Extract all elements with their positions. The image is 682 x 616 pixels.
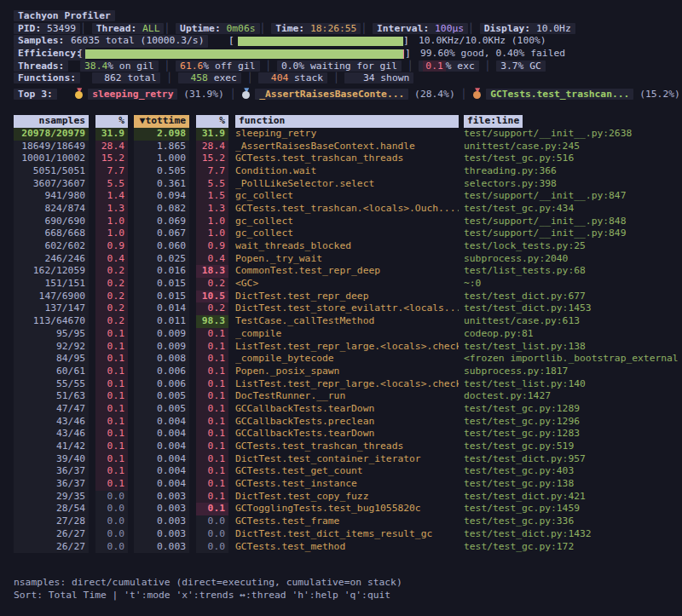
direct-pct-cell: 0.9 (95, 240, 128, 253)
table-row[interactable]: 41/42 0.1 0.004 0.1 GCTests.test_trashca… (0, 440, 682, 453)
table-row[interactable]: 43/46 0.1 0.004 0.1 GCCallbackTests.prec… (0, 416, 682, 429)
column-header-tottime-sorted[interactable]: ▼tottime (134, 115, 189, 128)
table-row[interactable]: 26/27 0.0 0.003 0.0 GCTests.test_method … (0, 541, 682, 554)
nsamples-cell: 28/54 (14, 503, 89, 515)
top3-item[interactable]: │ GCTests.test_trashcan... (15.2%) (455, 89, 680, 100)
cum-pct-cell: 28.4 (196, 141, 228, 153)
table-row[interactable]: 36/37 0.1 0.004 0.1 GCTests.test_instanc… (0, 478, 682, 491)
file-line-cell: test/support/__init__.py:847 (464, 190, 682, 203)
table-row[interactable]: 55/55 0.1 0.006 0.1 ListTest.test_repr_l… (0, 378, 682, 391)
top3-item[interactable]: │ _AssertRaisesBaseConte... (28.4%) (224, 89, 455, 100)
separator: │ (327, 72, 344, 83)
thread-stat-suffix: % exc (446, 60, 475, 72)
table-row[interactable]: 26/27 0.0 0.003 0.0 DictTest.test_dict_i… (0, 528, 682, 541)
tottime-cell: 0.003 (134, 503, 189, 515)
table-row[interactable]: 36/37 0.1 0.004 0.1 GCTests.test_get_cou… (0, 465, 682, 478)
table-row[interactable]: 246/246 0.4 0.025 0.4 Popen._try_wait su… (0, 253, 682, 266)
cum-pct-cell: 0.0 (196, 541, 228, 554)
column-header-file-line[interactable]: file:line (464, 115, 523, 128)
function-cell: DictTest.test_copy_fuzz (235, 491, 459, 504)
nsamples-cell: 95/95 (14, 328, 89, 341)
nsamples-cell: 51/63 (14, 390, 89, 403)
table-row[interactable]: 92/92 0.1 0.009 0.1 ListTest.test_repr_l… (0, 341, 682, 354)
direct-pct-cell: 0.0 (95, 515, 128, 528)
samples-label: Samples: (14, 35, 68, 48)
function-cell: ListTest.test_repr_large.<locals>.check (235, 378, 459, 391)
direct-pct-cell: 1.0 (95, 227, 128, 240)
table-row[interactable]: 20978/20979 31.9 2.098 31.9 sleeping_ret… (0, 128, 682, 141)
nsamples-cell: 43/46 (14, 428, 89, 440)
function-stat-suffix: shown (374, 72, 409, 83)
table-row[interactable]: 51/63 0.1 0.005 0.1 DocTestRunner.__run … (0, 390, 682, 403)
table-row[interactable]: 95/95 0.1 0.009 0.1 _compile codeop.py:8… (0, 328, 682, 341)
tottime-cell: 0.006 (134, 378, 189, 391)
file-line-cell: ~:0 (464, 278, 682, 291)
table-row[interactable]: 84/95 0.1 0.008 0.1 _compile_bytecode <f… (0, 353, 682, 366)
direct-pct-cell: 0.1 (95, 440, 128, 453)
table-row[interactable]: 602/602 0.9 0.060 0.9 wait_threads_block… (0, 240, 682, 253)
pid-field: PID: 53499 (14, 23, 80, 34)
tottime-cell: 0.082 (134, 203, 189, 216)
efficiency-bar-rbracket: ] (405, 48, 411, 60)
table-row[interactable]: 43/46 0.1 0.004 0.1 GCCallbackTests.tear… (0, 428, 682, 440)
table-row[interactable]: 162/12059 0.2 0.016 18.3 CommonTest.test… (0, 265, 682, 278)
table-row[interactable]: 941/980 1.4 0.094 1.5 gc_collect test/su… (0, 190, 682, 203)
time-value: 18:26:55 (304, 23, 356, 34)
function-cell: DictTest.test_dict_items_result_gc (235, 528, 459, 541)
function-cell: DocTestRunner.__run (235, 390, 459, 403)
table-row[interactable]: 151/151 0.2 0.015 0.2 <GC> ~:0 (0, 278, 682, 291)
file-line-cell: test/test_gc.py:1296 (464, 416, 682, 429)
tottime-cell: 0.004 (134, 416, 189, 429)
nsamples-cell: 246/246 (14, 253, 89, 266)
separator: │ (164, 23, 170, 34)
file-line-cell: test/test_list.py:138 (464, 341, 682, 354)
table-row[interactable]: 5051/5051 7.7 0.505 7.7 Condition.wait t… (0, 165, 682, 178)
tottime-cell: 0.016 (134, 265, 189, 278)
file-line-cell: test/test_dict.py:957 (464, 453, 682, 466)
separator: │ (468, 23, 474, 34)
table-row[interactable]: 27/28 0.0 0.003 0.0 GCTests.test_frame t… (0, 515, 682, 528)
samples-bar (238, 37, 403, 46)
tottime-cell: 0.004 (134, 428, 189, 440)
cum-pct-cell: 7.7 (196, 165, 228, 178)
table-row[interactable]: 690/690 1.0 0.069 1.0 gc_collect test/su… (0, 216, 682, 228)
column-header-function[interactable]: function (235, 115, 459, 128)
function-cell: sleeping_retry (235, 128, 459, 141)
functions-row: Functions: 862 total │ 458 exec │ 404 st… (0, 72, 682, 85)
table-row[interactable]: 47/47 0.1 0.005 0.1 GCCallbackTests.tear… (0, 403, 682, 416)
nsamples-cell: 43/46 (14, 416, 89, 429)
efficiency-row: Efficiency: [ ] 99.60% good, 0.40% faile… (0, 48, 682, 60)
column-header-cum-pct[interactable]: % (196, 115, 228, 128)
cum-pct-cell: 0.1 (196, 328, 228, 341)
column-header-nsamples[interactable]: nsamples (14, 115, 89, 128)
table-row[interactable]: 3607/3607 5.5 0.361 5.5 _PollLikeSelecto… (0, 178, 682, 191)
direct-pct-cell: 28.4 (95, 141, 128, 153)
direct-pct-cell: 0.0 (95, 541, 128, 554)
uptime-field: Uptime: 0m06s (176, 23, 259, 34)
table-row[interactable]: 39/40 0.1 0.004 0.1 DictTest.test_contai… (0, 453, 682, 466)
table-row[interactable]: 824/874 1.3 0.082 1.3 GCTests.test_trash… (0, 203, 682, 216)
cum-pct-cell: 31.9 (196, 128, 228, 141)
table-row[interactable]: 28/54 0.0 0.003 0.1 GCTogglingTests.test… (0, 503, 682, 515)
table-row[interactable]: 147/6900 0.2 0.015 10.5 DictTest.test_re… (0, 291, 682, 303)
nsamples-cell: 27/28 (14, 515, 89, 528)
function-stat-suffix: total (122, 72, 157, 83)
top3-item[interactable]: sleeping_retry (31.9%) (57, 89, 224, 100)
cum-pct-cell: 18.3 (196, 265, 228, 278)
table-row[interactable]: 10001/10002 15.2 1.000 15.2 GCTests.test… (0, 153, 682, 165)
table-row[interactable]: 29/35 0.0 0.003 0.1 DictTest.test_copy_f… (0, 491, 682, 504)
top3-function-pct: (15.2%) (633, 89, 679, 100)
table-row[interactable]: 113/64670 0.2 0.011 98.3 TestCase._callT… (0, 315, 682, 328)
thread-field[interactable]: Thread: ALL (92, 23, 165, 34)
display-value: 10.0Hz (530, 23, 571, 34)
function-cell: GCTests.test_get_count (235, 465, 459, 478)
cum-pct-cell: 0.1 (196, 341, 228, 354)
table-row[interactable]: 668/668 1.0 0.067 1.0 gc_collect test/su… (0, 227, 682, 240)
function-cell: <GC> (235, 278, 459, 291)
table-row[interactable]: 60/61 0.1 0.006 0.1 Popen._posix_spawn s… (0, 366, 682, 378)
function-cell: GCTogglingTests.test_bug1055820c (235, 503, 459, 515)
column-header-direct-pct[interactable]: % (95, 115, 128, 128)
table-row[interactable]: 18649/18649 28.4 1.865 28.4 _AssertRaise… (0, 141, 682, 153)
table-row[interactable]: 137/147 0.2 0.014 0.2 DictTest.test_stor… (0, 302, 682, 315)
tottime-cell: 0.009 (134, 341, 189, 354)
